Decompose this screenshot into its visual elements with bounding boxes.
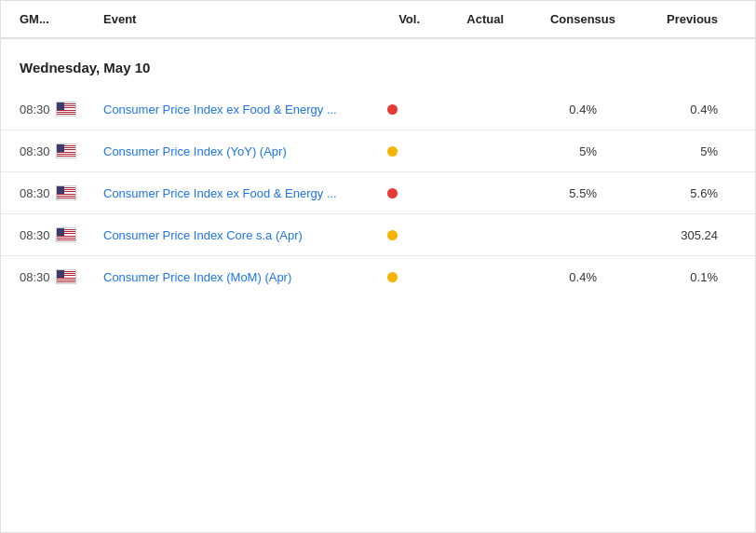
vol-cell: [364, 230, 420, 240]
header-gmt: GM...: [20, 12, 103, 26]
previous-value: 5.6%: [615, 186, 718, 200]
header-consensus: Consensus: [504, 12, 615, 26]
consensus-value: 5%: [504, 144, 615, 158]
time-cell: 08:30: [20, 144, 103, 158]
consensus-value: 5.5%: [504, 186, 615, 200]
event-name[interactable]: Consumer Price Index ex Food & Energy ..…: [103, 186, 364, 200]
consensus-value: 0.4%: [504, 102, 615, 116]
flag-us-icon: [56, 102, 76, 116]
section-title: Wednesday, May 10: [1, 39, 755, 89]
economic-calendar-table: GM... Event Vol. Actual Consensus Previo…: [0, 0, 756, 533]
vol-cell: [364, 104, 420, 115]
time-text: 08:30: [20, 228, 50, 242]
table-row: 08:30Consumer Price Index ex Food & Ener…: [1, 172, 755, 214]
flag-us-icon: [56, 227, 76, 242]
rows-container: 08:30Consumer Price Index ex Food & Ener…: [1, 89, 755, 297]
volatility-dot-icon: [387, 104, 398, 115]
volatility-dot-icon: [387, 272, 398, 282]
header-previous: Previous: [615, 12, 718, 26]
time-text: 08:30: [20, 270, 50, 284]
vol-cell: [364, 188, 420, 198]
volatility-dot-icon: [387, 146, 398, 157]
vol-cell: [364, 146, 420, 157]
time-cell: 08:30: [20, 185, 103, 200]
table-row: 08:30Consumer Price Index (MoM) (Apr)0.4…: [1, 256, 755, 297]
time-text: 08:30: [20, 102, 50, 116]
time-cell: 08:30: [20, 269, 103, 284]
table-row: 08:30Consumer Price Index Core s.a (Apr)…: [1, 214, 755, 256]
header-event: Event: [103, 12, 364, 26]
previous-value: 5%: [615, 144, 718, 158]
event-name[interactable]: Consumer Price Index Core s.a (Apr): [103, 228, 364, 242]
time-cell: 08:30: [20, 102, 103, 116]
table-row: 08:30Consumer Price Index (YoY) (Apr)5%5…: [1, 130, 755, 172]
previous-value: 0.4%: [615, 102, 718, 116]
volatility-dot-icon: [387, 230, 398, 240]
flag-us-icon: [56, 185, 76, 200]
time-text: 08:30: [20, 144, 50, 158]
previous-value: 305.24: [615, 228, 718, 242]
flag-us-icon: [56, 269, 76, 284]
header-vol: Vol.: [364, 12, 420, 26]
event-name[interactable]: Consumer Price Index (MoM) (Apr): [103, 270, 364, 284]
time-text: 08:30: [20, 186, 50, 200]
event-name[interactable]: Consumer Price Index ex Food & Energy ..…: [103, 102, 364, 116]
time-cell: 08:30: [20, 227, 103, 242]
volatility-dot-icon: [387, 188, 398, 198]
vol-cell: [364, 272, 420, 282]
table-row: 08:30Consumer Price Index ex Food & Ener…: [1, 89, 755, 130]
consensus-value: 0.4%: [504, 270, 615, 284]
header-actual: Actual: [420, 12, 504, 26]
event-name[interactable]: Consumer Price Index (YoY) (Apr): [103, 144, 364, 158]
previous-value: 0.1%: [615, 270, 718, 284]
table-header: GM... Event Vol. Actual Consensus Previo…: [1, 1, 755, 39]
flag-us-icon: [56, 144, 76, 158]
